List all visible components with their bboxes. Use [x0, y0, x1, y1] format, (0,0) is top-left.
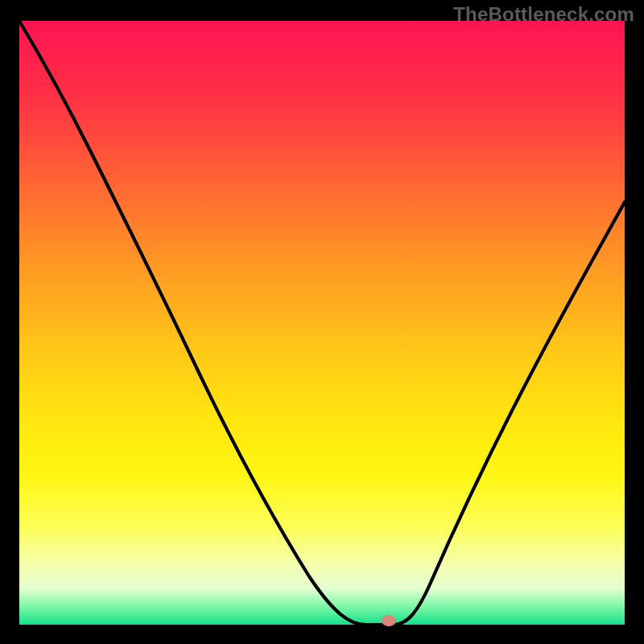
plot-area	[19, 21, 625, 625]
curve-svg	[19, 21, 625, 625]
optimum-marker	[382, 615, 396, 626]
chart-frame: TheBottleneck.com	[0, 0, 644, 644]
bottleneck-curve	[19, 21, 625, 625]
